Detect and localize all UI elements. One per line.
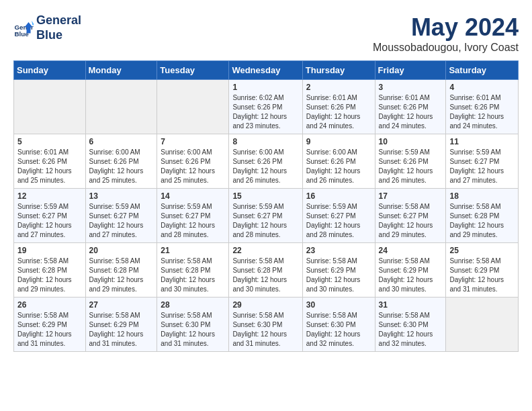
- day-info: Sunrise: 5:59 AM Sunset: 6:27 PM Dayligh…: [17, 202, 82, 240]
- day-number: 19: [17, 246, 82, 255]
- header: General Blue General Blue May 2024 Mouss…: [13, 13, 519, 54]
- calendar-cell: 3Sunrise: 6:01 AM Sunset: 6:26 PM Daylig…: [375, 80, 446, 134]
- calendar-cell: 22Sunrise: 5:58 AM Sunset: 6:28 PM Dayli…: [229, 243, 302, 298]
- calendar-cell: [446, 298, 519, 352]
- calendar-cell: 2Sunrise: 6:01 AM Sunset: 6:26 PM Daylig…: [302, 80, 375, 134]
- day-info: Sunrise: 6:00 AM Sunset: 6:26 PM Dayligh…: [306, 148, 371, 185]
- calendar-cell: 4Sunrise: 6:01 AM Sunset: 6:26 PM Daylig…: [446, 80, 519, 134]
- logo-line1: General: [36, 13, 81, 28]
- calendar-cell: 14Sunrise: 5:59 AM Sunset: 6:27 PM Dayli…: [157, 189, 229, 243]
- day-number: 21: [161, 246, 225, 255]
- day-info: Sunrise: 5:59 AM Sunset: 6:27 PM Dayligh…: [232, 202, 298, 240]
- day-number: 4: [449, 83, 515, 92]
- calendar-cell: 17Sunrise: 5:58 AM Sunset: 6:27 PM Dayli…: [375, 189, 446, 243]
- calendar-cell: 30Sunrise: 5:58 AM Sunset: 6:30 PM Dayli…: [302, 298, 375, 352]
- calendar-cell: 28Sunrise: 5:58 AM Sunset: 6:30 PM Dayli…: [157, 298, 229, 352]
- day-number: 6: [89, 137, 154, 146]
- day-info: Sunrise: 5:58 AM Sunset: 6:27 PM Dayligh…: [379, 202, 443, 240]
- day-number: 5: [17, 137, 82, 146]
- day-number: 30: [306, 300, 371, 310]
- day-number: 13: [89, 191, 154, 201]
- subtitle: Moussobadougou, Ivory Coast: [373, 42, 519, 54]
- calendar-week-row: 5Sunrise: 6:01 AM Sunset: 6:26 PM Daylig…: [14, 134, 519, 189]
- calendar-cell: [157, 80, 229, 134]
- day-info: Sunrise: 5:58 AM Sunset: 6:28 PM Dayligh…: [89, 257, 154, 294]
- calendar-week-row: 26Sunrise: 5:58 AM Sunset: 6:29 PM Dayli…: [14, 298, 519, 352]
- day-info: Sunrise: 5:59 AM Sunset: 6:27 PM Dayligh…: [449, 148, 515, 185]
- day-info: Sunrise: 5:58 AM Sunset: 6:29 PM Dayligh…: [379, 257, 443, 294]
- day-info: Sunrise: 5:58 AM Sunset: 6:29 PM Dayligh…: [17, 311, 82, 349]
- day-number: 10: [379, 137, 443, 146]
- day-info: Sunrise: 5:58 AM Sunset: 6:30 PM Dayligh…: [161, 311, 225, 349]
- calendar-cell: 1Sunrise: 6:02 AM Sunset: 6:26 PM Daylig…: [229, 80, 302, 134]
- day-info: Sunrise: 6:01 AM Sunset: 6:26 PM Dayligh…: [17, 148, 82, 185]
- calendar-cell: 6Sunrise: 6:00 AM Sunset: 6:26 PM Daylig…: [85, 134, 157, 189]
- day-number: 7: [161, 137, 225, 146]
- calendar-cell: 5Sunrise: 6:01 AM Sunset: 6:26 PM Daylig…: [14, 134, 86, 189]
- weekday-header-tuesday: Tuesday: [157, 61, 229, 80]
- day-number: 1: [232, 83, 298, 92]
- calendar-cell: 21Sunrise: 5:58 AM Sunset: 6:28 PM Dayli…: [157, 243, 229, 298]
- day-number: 15: [232, 191, 298, 201]
- day-number: 11: [449, 137, 515, 146]
- title-block: May 2024 Moussobadougou, Ivory Coast: [373, 13, 519, 54]
- day-number: 26: [17, 300, 82, 310]
- calendar-cell: 24Sunrise: 5:58 AM Sunset: 6:29 PM Dayli…: [375, 243, 446, 298]
- day-info: Sunrise: 6:01 AM Sunset: 6:26 PM Dayligh…: [379, 93, 443, 131]
- logo-text: General Blue: [36, 13, 81, 42]
- weekday-header-friday: Friday: [375, 61, 446, 80]
- calendar-cell: [14, 80, 86, 134]
- day-info: Sunrise: 5:58 AM Sunset: 6:30 PM Dayligh…: [379, 311, 443, 349]
- calendar-cell: 11Sunrise: 5:59 AM Sunset: 6:27 PM Dayli…: [446, 134, 519, 189]
- calendar-week-row: 19Sunrise: 5:58 AM Sunset: 6:28 PM Dayli…: [14, 243, 519, 298]
- calendar-week-row: 12Sunrise: 5:59 AM Sunset: 6:27 PM Dayli…: [14, 189, 519, 243]
- day-number: 22: [232, 246, 298, 255]
- calendar-cell: 16Sunrise: 5:59 AM Sunset: 6:27 PM Dayli…: [302, 189, 375, 243]
- weekday-header-thursday: Thursday: [302, 61, 375, 80]
- logo-icon: General Blue: [13, 18, 34, 38]
- calendar-cell: 18Sunrise: 5:58 AM Sunset: 6:28 PM Dayli…: [446, 189, 519, 243]
- weekday-header-saturday: Saturday: [446, 61, 519, 80]
- calendar-cell: 8Sunrise: 6:00 AM Sunset: 6:26 PM Daylig…: [229, 134, 302, 189]
- weekday-header-monday: Monday: [85, 61, 157, 80]
- main-title: May 2024: [373, 13, 519, 42]
- page: General Blue General Blue May 2024 Mouss…: [0, 0, 532, 365]
- calendar-table: SundayMondayTuesdayWednesdayThursdayFrid…: [13, 60, 519, 352]
- calendar-cell: 12Sunrise: 5:59 AM Sunset: 6:27 PM Dayli…: [14, 189, 86, 243]
- calendar-cell: 15Sunrise: 5:59 AM Sunset: 6:27 PM Dayli…: [229, 189, 302, 243]
- calendar-cell: 10Sunrise: 5:59 AM Sunset: 6:26 PM Dayli…: [375, 134, 446, 189]
- day-number: 25: [449, 246, 515, 255]
- day-info: Sunrise: 6:02 AM Sunset: 6:26 PM Dayligh…: [232, 93, 298, 131]
- calendar-cell: 23Sunrise: 5:58 AM Sunset: 6:29 PM Dayli…: [302, 243, 375, 298]
- day-info: Sunrise: 5:58 AM Sunset: 6:28 PM Dayligh…: [232, 257, 298, 294]
- day-info: Sunrise: 5:58 AM Sunset: 6:30 PM Dayligh…: [232, 311, 298, 349]
- day-number: 24: [379, 246, 443, 255]
- day-number: 20: [89, 246, 154, 255]
- weekday-header-row: SundayMondayTuesdayWednesdayThursdayFrid…: [14, 61, 519, 80]
- day-number: 31: [379, 300, 443, 310]
- day-number: 9: [306, 137, 371, 146]
- calendar-cell: 9Sunrise: 6:00 AM Sunset: 6:26 PM Daylig…: [302, 134, 375, 189]
- day-number: 14: [161, 191, 225, 201]
- day-number: 8: [232, 137, 298, 146]
- day-info: Sunrise: 5:59 AM Sunset: 6:27 PM Dayligh…: [161, 202, 225, 240]
- day-number: 12: [17, 191, 82, 201]
- day-info: Sunrise: 5:59 AM Sunset: 6:27 PM Dayligh…: [306, 202, 371, 240]
- day-info: Sunrise: 5:59 AM Sunset: 6:27 PM Dayligh…: [89, 202, 154, 240]
- calendar-cell: 27Sunrise: 5:58 AM Sunset: 6:29 PM Dayli…: [85, 298, 157, 352]
- day-number: 29: [232, 300, 298, 310]
- calendar-cell: 19Sunrise: 5:58 AM Sunset: 6:28 PM Dayli…: [14, 243, 86, 298]
- calendar-cell: 25Sunrise: 5:58 AM Sunset: 6:29 PM Dayli…: [446, 243, 519, 298]
- day-info: Sunrise: 6:01 AM Sunset: 6:26 PM Dayligh…: [306, 93, 371, 131]
- day-number: 27: [89, 300, 154, 310]
- day-info: Sunrise: 5:58 AM Sunset: 6:30 PM Dayligh…: [306, 311, 371, 349]
- day-info: Sunrise: 5:58 AM Sunset: 6:29 PM Dayligh…: [449, 257, 515, 294]
- logo-line2: Blue: [36, 28, 81, 43]
- day-info: Sunrise: 5:58 AM Sunset: 6:29 PM Dayligh…: [89, 311, 154, 349]
- calendar-week-row: 1Sunrise: 6:02 AM Sunset: 6:26 PM Daylig…: [14, 80, 519, 134]
- calendar-cell: 20Sunrise: 5:58 AM Sunset: 6:28 PM Dayli…: [85, 243, 157, 298]
- day-number: 2: [306, 83, 371, 92]
- day-number: 18: [449, 191, 515, 201]
- day-info: Sunrise: 5:58 AM Sunset: 6:28 PM Dayligh…: [161, 257, 225, 294]
- day-info: Sunrise: 5:59 AM Sunset: 6:26 PM Dayligh…: [379, 148, 443, 185]
